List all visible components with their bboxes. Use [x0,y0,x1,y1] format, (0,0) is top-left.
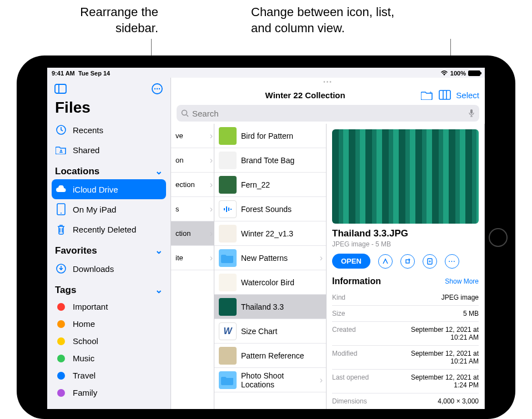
section-favorites[interactable]: Favorites ⌄ [47,239,170,259]
search-input[interactable] [192,109,465,118]
chevron-down-icon: ⌄ [155,165,163,177]
file-row[interactable]: Pattern Reference [214,344,326,368]
sidebar-title: Files [47,99,170,120]
folder-row[interactable]: s› [171,197,214,221]
mic-icon[interactable] [468,109,475,118]
file-label: Brand Tote Bag [241,156,294,165]
rotate-icon[interactable] [400,254,415,269]
battery-icon [468,70,480,76]
sidebar-item-icloud-drive[interactable]: iCloud Drive [52,179,166,199]
preview-pane: Thailand 3.3.JPG JPEG image - 5 MB OPEN … [327,124,485,409]
file-row[interactable]: Fern_22 [214,173,326,197]
info-value: 5 MB [463,310,479,317]
sidebar-item-label: Family [73,388,97,397]
sidebar-item-downloads[interactable]: Downloads [47,259,170,279]
sidebar-item-school[interactable]: School [47,332,170,350]
info-key: Created [332,326,356,341]
sidebar-item-label: Home [73,319,95,329]
file-label: New Patterns [241,254,288,262]
file-label: Thailand 3.3 [241,302,284,311]
sidebar-item-family[interactable]: Family [47,384,170,401]
info-key: Modified [332,350,357,365]
chevron-right-icon: › [210,204,213,214]
folder-row[interactable]: ite› [171,246,214,270]
tag-dot-icon [57,372,65,380]
select-button[interactable]: Select [456,90,479,100]
file-row[interactable]: Winter 22_v1.3 [214,221,326,246]
file-label: Pattern Reference [241,351,304,360]
info-key: Size [332,310,345,317]
file-row[interactable]: Photo Shoot Locations› [214,368,326,392]
svg-rect-22 [406,260,409,263]
folder-row[interactable]: ection› [171,173,214,197]
pdf-icon[interactable] [423,254,437,269]
file-row[interactable]: Bird for Pattern [214,124,326,148]
image-thumbnail [219,274,237,291]
chevron-right-icon: › [210,131,213,141]
search-bar[interactable] [177,105,479,122]
preview-subtitle: JPEG image - 5 MB [332,240,479,248]
sidebar-item-music[interactable]: Music [47,350,170,367]
home-button[interactable] [489,228,508,247]
image-thumbnail [219,225,237,243]
file-row[interactable]: Watercolor Bird [214,270,326,295]
image-thumbnail [219,347,237,365]
folder-label: ite [175,254,183,262]
file-label: Bird for Pattern [241,132,293,140]
folder-label: s [175,205,179,213]
svg-text:+: + [429,90,432,95]
sidebar-item-home[interactable]: Home [47,315,170,332]
file-label: Winter 22_v1.3 [241,229,293,238]
folder-row[interactable]: ction› [171,221,214,246]
toggle-sidebar-button[interactable] [54,82,67,95]
doc-icon: W [219,322,237,340]
folder-row[interactable]: on› [171,148,214,173]
svg-point-7 [61,150,62,152]
sidebar-item-on-my-ipad[interactable]: On My iPad [47,199,170,219]
folder-label: ve [175,132,183,140]
folder-shared-icon [55,144,67,156]
callout-view-switch: Change between icon, list, and column vi… [251,4,406,36]
column-2: Bird for PatternBrand Tote BagFern_22For… [214,124,327,409]
more-options-button[interactable] [150,82,164,95]
file-row[interactable]: New Patterns› [214,246,326,270]
search-icon [181,109,189,117]
sidebar-item-shared[interactable]: Shared [47,140,170,160]
info-key: Last opened [332,373,369,389]
info-row: KindJPEG image [332,290,479,306]
info-heading: Information [332,276,381,286]
open-button[interactable]: OPEN [332,254,370,269]
ipad-device-frame: 9:41 AM Tue Sep 14 100% [17,55,515,419]
ipad-icon [55,203,67,215]
sidebar-item-label: Recents [73,125,103,135]
file-row[interactable]: Forest Sounds [214,197,326,221]
sidebar-item-recently-deleted[interactable]: Recently Deleted [47,219,170,239]
markup-icon[interactable] [378,254,393,269]
section-locations[interactable]: Locations ⌄ [47,160,170,179]
image-thumbnail [219,152,237,169]
file-row[interactable]: Thailand 3.3 [214,295,326,319]
folder-row[interactable]: ve› [171,124,214,148]
file-row[interactable]: WSize Chart [214,319,326,344]
section-tags[interactable]: Tags ⌄ [47,279,170,298]
more-icon[interactable]: ⋯ [445,254,459,269]
tag-dot-icon [57,389,65,397]
info-value: September 12, 2021 at 10:21 AM [401,350,479,365]
show-more-button[interactable]: Show More [445,277,479,285]
image-thumbnail [219,127,237,145]
file-row[interactable]: Brand Tote Bag [214,148,326,173]
sidebar-item-travel[interactable]: Travel [47,367,170,384]
svg-point-15 [182,110,187,115]
file-label: Forest Sounds [241,205,292,214]
new-folder-button[interactable]: + [420,88,434,102]
svg-rect-17 [470,109,473,114]
file-label: Photo Shoot Locations [241,371,315,389]
status-time: 9:41 AM [52,70,75,77]
svg-point-4 [157,88,158,89]
sidebar-item-label: On My iPad [73,205,116,214]
image-thumbnail [219,298,237,316]
svg-point-5 [159,88,160,89]
sidebar-item-important[interactable]: Important [47,298,170,315]
view-mode-button[interactable] [438,88,451,102]
sidebar-item-recents[interactable]: Recents [47,120,170,140]
